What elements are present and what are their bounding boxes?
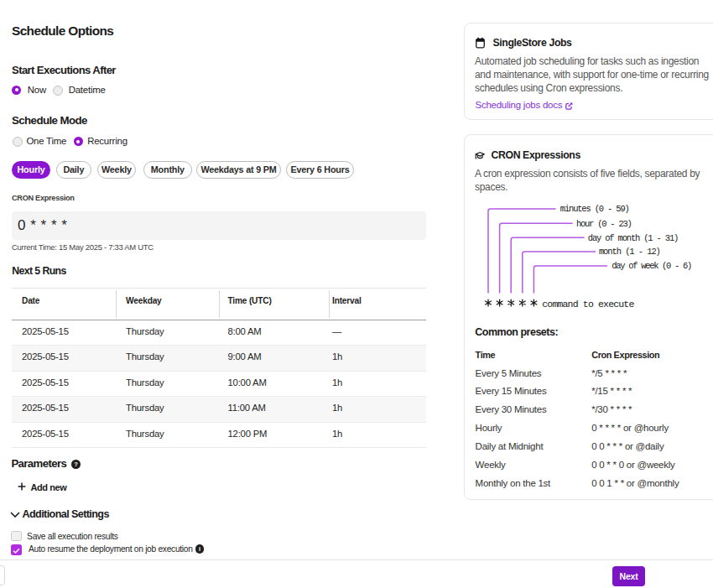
svg-text:day of week (0 - 6): day of week (0 - 6) xyxy=(612,261,692,271)
svg-text:day of month (1 - 31): day of month (1 - 31) xyxy=(588,233,679,243)
svg-text:minutes (0 - 59): minutes (0 - 59) xyxy=(560,204,630,214)
svg-text:command to execute: command to execute xyxy=(542,299,634,310)
svg-text:hour (0 - 23): hour (0 - 23) xyxy=(576,219,632,229)
svg-text:month (1 - 12): month (1 - 12) xyxy=(599,247,661,257)
